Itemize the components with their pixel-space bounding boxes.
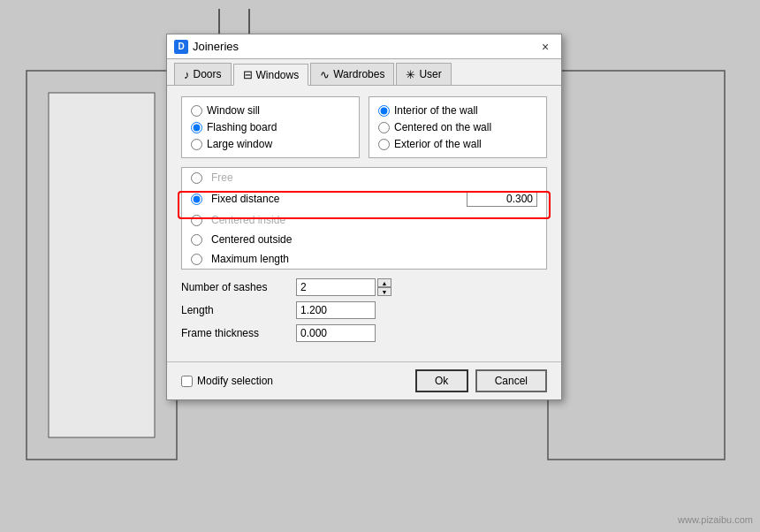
tab-windows-label: Windows <box>256 69 300 81</box>
modify-checkbox[interactable] <box>181 376 193 387</box>
tab-windows[interactable]: ⊟ Windows <box>233 64 309 86</box>
free-radio[interactable] <box>191 172 202 184</box>
joineries-dialog: D Joineries × ♪ Doors ⊟ Windows ∿ Wardro… <box>166 34 562 400</box>
radio-large-window[interactable]: Large window <box>191 138 350 150</box>
windows-icon: ⊟ <box>243 68 253 81</box>
dialog-title: Joineries <box>193 40 239 53</box>
large-window-label: Large window <box>207 138 272 150</box>
radio-interior[interactable]: Interior of the wall <box>378 104 537 117</box>
length-row: Length <box>181 301 547 319</box>
row-centered-outside[interactable]: Centered outside <box>182 230 546 249</box>
tab-user-label: User <box>419 68 441 80</box>
tab-wardrobes-label: Wardrobes <box>333 68 384 80</box>
tab-doors[interactable]: ♪ Doors <box>174 63 232 85</box>
dialog-body: Window sill Flashing board Large window … <box>167 86 561 361</box>
flashing-board-label: Flashing board <box>207 121 277 133</box>
free-label: Free <box>211 171 233 184</box>
dialog-bottom: Modify selection Ok Cancel <box>167 361 561 399</box>
position-section-wrapper: Free Fixed distance Centered inside Cent… <box>181 167 547 270</box>
doors-icon: ♪ <box>184 68 190 81</box>
sashes-spinner: ▲ ▼ <box>377 278 391 296</box>
wardrobes-icon: ∿ <box>320 68 330 81</box>
maximum-length-label: Maximum length <box>211 253 289 265</box>
length-input[interactable] <box>296 301 376 319</box>
placement-group: Window sill Flashing board Large window <box>181 96 360 158</box>
fields-section: Number of sashes ▲ ▼ Length Frame thickn… <box>181 278 547 342</box>
radio-exterior[interactable]: Exterior of the wall <box>378 138 537 150</box>
radio-window-sill[interactable]: Window sill <box>191 104 350 117</box>
tab-wardrobes[interactable]: ∿ Wardrobes <box>310 63 394 85</box>
close-button[interactable]: × <box>536 38 554 56</box>
tab-doors-label: Doors <box>194 68 222 80</box>
radio-centered[interactable]: Centered on the wall <box>378 121 537 133</box>
bottom-buttons: Ok Cancel <box>415 369 547 392</box>
svg-rect-2 <box>49 93 155 437</box>
interior-label: Interior of the wall <box>394 104 478 117</box>
modify-label: Modify selection <box>197 375 273 387</box>
centered-outside-radio[interactable] <box>191 234 202 246</box>
centered-inside-label: Centered inside <box>211 214 285 226</box>
row-fixed-distance[interactable]: Fixed distance <box>182 187 546 210</box>
exterior-label: Exterior of the wall <box>394 138 482 150</box>
sashes-label: Number of sashes <box>181 281 296 293</box>
window-sill-radio[interactable] <box>191 105 202 117</box>
title-bar: D Joineries × <box>167 34 561 59</box>
frame-thickness-input[interactable] <box>296 324 376 342</box>
modify-selection-wrap[interactable]: Modify selection <box>181 375 273 387</box>
position-section: Free Fixed distance Centered inside Cent… <box>181 167 547 270</box>
frame-thickness-label: Frame thickness <box>181 327 296 339</box>
watermark: www.pizaibu.com <box>678 514 753 525</box>
exterior-radio[interactable] <box>378 139 390 150</box>
centered-label: Centered on the wall <box>394 121 491 133</box>
large-window-radio[interactable] <box>191 139 202 150</box>
centered-inside-radio[interactable] <box>191 215 202 226</box>
sashes-input-wrap: ▲ ▼ <box>296 278 391 296</box>
centered-radio[interactable] <box>378 122 390 133</box>
window-sill-label: Window sill <box>207 104 260 117</box>
length-label: Length <box>181 304 296 316</box>
ok-button[interactable]: Ok <box>415 369 468 392</box>
wall-position-group: Interior of the wall Centered on the wal… <box>369 96 547 158</box>
fixed-distance-input[interactable] <box>467 191 537 207</box>
sashes-down-btn[interactable]: ▼ <box>377 287 391 296</box>
row-maximum-length[interactable]: Maximum length <box>182 249 546 269</box>
sashes-row: Number of sashes ▲ ▼ <box>181 278 547 296</box>
centered-outside-label: Centered outside <box>211 233 292 246</box>
cancel-button[interactable]: Cancel <box>475 369 547 392</box>
flashing-board-radio[interactable] <box>191 122 202 133</box>
interior-radio[interactable] <box>378 105 390 117</box>
fixed-distance-label: Fixed distance <box>211 193 279 205</box>
title-bar-left: D Joineries <box>174 40 239 54</box>
row-free[interactable]: Free <box>182 168 546 187</box>
sashes-input[interactable] <box>296 278 376 296</box>
app-icon: D <box>174 40 188 54</box>
radio-flashing-board[interactable]: Flashing board <box>191 121 350 133</box>
top-groups: Window sill Flashing board Large window … <box>181 96 547 158</box>
row-centered-inside[interactable]: Centered inside <box>182 210 546 230</box>
user-icon: ✳ <box>406 68 415 81</box>
frame-thickness-row: Frame thickness <box>181 324 547 342</box>
maximum-length-radio[interactable] <box>191 254 202 265</box>
tab-user[interactable]: ✳ User <box>396 63 451 85</box>
tab-bar: ♪ Doors ⊟ Windows ∿ Wardrobes ✳ User <box>167 59 561 86</box>
sashes-up-btn[interactable]: ▲ <box>377 278 391 287</box>
fixed-distance-radio[interactable] <box>191 194 202 205</box>
